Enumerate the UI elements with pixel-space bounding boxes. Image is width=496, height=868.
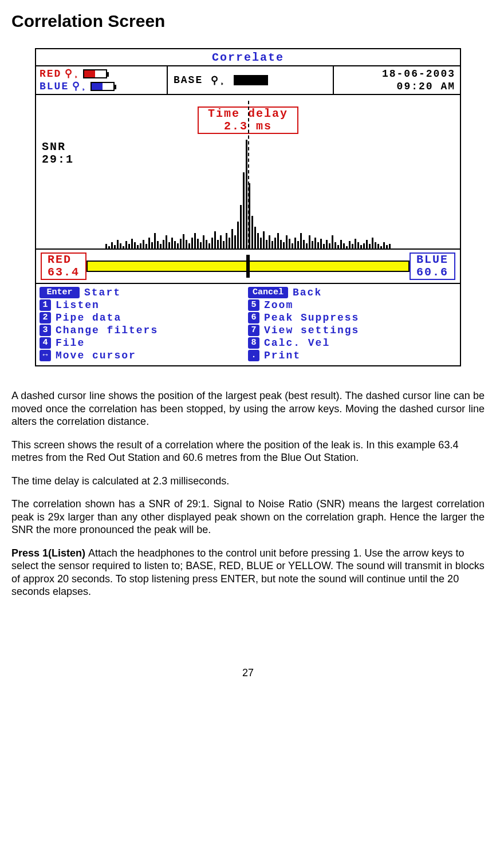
noise-bar [226, 233, 227, 248]
noise-bar [229, 238, 230, 248]
noise-bar [177, 243, 179, 249]
para-2: This screen shows the result of a correl… [11, 439, 485, 464]
noise-bar [251, 216, 253, 248]
noise-bar [237, 222, 239, 249]
para-5: Press 1(Listen) Attach the headphones to… [11, 547, 485, 598]
menu-key: ↔ [40, 350, 51, 361]
noise-bar [254, 227, 256, 248]
menu-label: Zoom [264, 299, 293, 311]
noise-bar [183, 234, 184, 248]
noise-bar [366, 240, 368, 248]
noise-bar [211, 238, 213, 248]
menu-item[interactable]: 4File [40, 337, 248, 349]
window-title: Correlate [36, 49, 460, 66]
red-distance-label: RED [48, 254, 80, 266]
noise-bar [120, 243, 121, 249]
menu-label: Peak Suppress [264, 311, 359, 324]
menu-left-column: EnterStart1Listen2Pipe data3Change filte… [40, 286, 248, 362]
noise-bar [280, 240, 282, 248]
menu-item[interactable]: .Print [248, 349, 456, 362]
menu-item[interactable]: 8Calc. Vel [248, 337, 456, 349]
menu-item[interactable]: EnterStart [40, 286, 248, 299]
noise-bar [108, 246, 110, 248]
blue-distance-value: 60.6 [416, 266, 448, 279]
noise-bar [137, 245, 139, 248]
noise-bar [380, 246, 382, 248]
para-1: A dashed cursor line shows the position … [11, 389, 485, 428]
noise-bar [125, 241, 127, 248]
noise-bar [326, 240, 328, 248]
noise-bars [36, 134, 460, 248]
noise-bar [105, 244, 107, 248]
noise-bar [131, 239, 133, 248]
menu-key: 8 [248, 337, 259, 349]
noise-bar [269, 235, 270, 248]
noise-bar [240, 205, 242, 248]
noise-bar [306, 243, 308, 249]
menu-label: File [56, 337, 85, 349]
noise-bar [312, 241, 313, 248]
noise-bar [383, 242, 385, 248]
noise-bar [355, 239, 356, 248]
para-4: The correlation shown has a SNR of 29:1.… [11, 498, 485, 536]
antenna-icon: ⚲⸒ [65, 68, 80, 80]
noise-bar [294, 238, 296, 248]
status-date: 18-06-2003 [338, 68, 455, 80]
antenna-icon: ⚲⸒ [72, 80, 87, 93]
menu-item[interactable]: 6Peak Suppress [248, 311, 456, 324]
menu-item[interactable]: 3Change filters [40, 324, 248, 337]
noise-bar [140, 243, 141, 249]
noise-bar [154, 233, 156, 248]
menu-key: . [248, 350, 259, 361]
noise-bar [266, 240, 267, 248]
noise-bar [386, 245, 388, 248]
noise-bar [334, 242, 336, 248]
device-screenshot: Correlate RED ⚲⸒ BLUE ⚲⸒ BASE ⚲⸒ 18-06-2… [35, 48, 461, 366]
noise-bar [329, 243, 330, 249]
noise-bar [277, 233, 279, 248]
menu-item[interactable]: ↔Move cursor [40, 349, 248, 362]
noise-bar [363, 243, 365, 249]
noise-bar [163, 240, 164, 248]
noise-bar [143, 240, 144, 248]
menu-item[interactable]: 7View settings [248, 324, 456, 337]
noise-bar [206, 240, 207, 248]
noise-bar [111, 242, 113, 248]
status-bar: RED ⚲⸒ BLUE ⚲⸒ BASE ⚲⸒ 18-06-2003 09:20 … [36, 66, 460, 95]
noise-bar [286, 235, 288, 248]
noise-bar [375, 242, 376, 248]
noise-bar [349, 241, 351, 248]
noise-bar [208, 243, 210, 249]
para-5-bold: Press 1(Listen) [11, 547, 88, 559]
noise-bar [180, 239, 182, 248]
menu-item[interactable]: 2Pipe data [40, 311, 248, 324]
pipe-leak-marker [246, 255, 250, 278]
battery-icon-red [83, 69, 107, 78]
noise-bar [271, 241, 273, 248]
menu-label: Listen [56, 299, 100, 311]
page-number: 27 [11, 667, 485, 679]
menu-item[interactable]: CancelBack [248, 286, 456, 299]
pipe-diagram [86, 261, 410, 272]
menu-item[interactable]: 1Listen [40, 299, 248, 311]
noise-bar [123, 246, 124, 248]
noise-bar [188, 243, 190, 249]
noise-bar [377, 244, 379, 248]
noise-bar [151, 242, 153, 248]
noise-bar [369, 244, 371, 248]
noise-bar [217, 240, 219, 248]
noise-bar [317, 242, 319, 248]
menu-right-column: CancelBack5Zoom6Peak Suppress7View setti… [248, 286, 456, 362]
noise-bar [171, 238, 173, 248]
noise-bar [300, 233, 302, 248]
noise-bar [309, 235, 310, 248]
noise-bar [337, 245, 339, 248]
menu-key: 7 [248, 325, 259, 336]
menu-item[interactable]: 5Zoom [248, 299, 456, 311]
noise-bar [114, 245, 116, 248]
noise-bar [343, 243, 345, 249]
noise-bar [340, 240, 342, 248]
noise-bar [234, 235, 236, 248]
menu-key: 5 [248, 299, 259, 311]
noise-bar [360, 245, 362, 248]
